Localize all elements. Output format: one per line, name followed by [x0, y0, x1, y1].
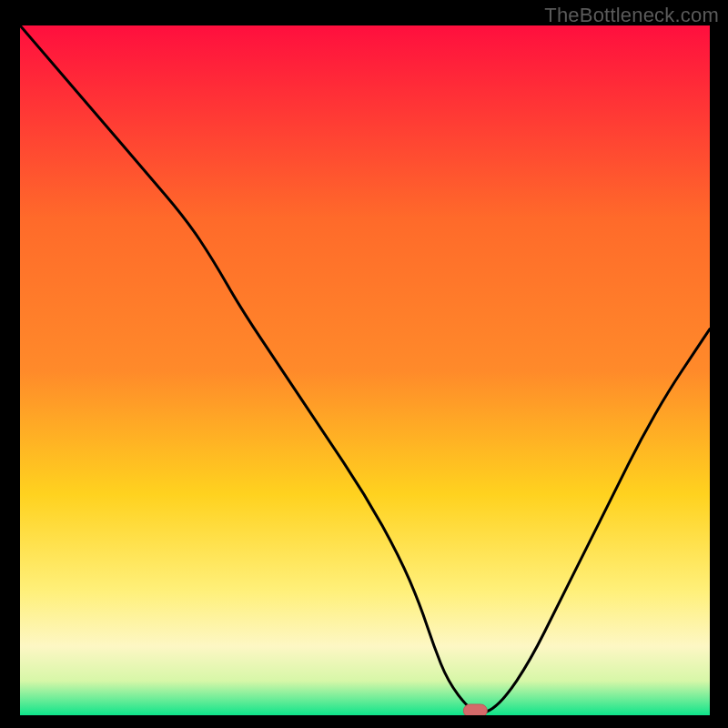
chart-frame: TheBottleneck.com [0, 0, 728, 728]
optimal-marker [463, 704, 487, 715]
watermark-text: TheBottleneck.com [544, 4, 719, 27]
plot-area [20, 25, 710, 715]
gradient-background [20, 25, 710, 715]
bottleneck-chart [20, 25, 710, 715]
